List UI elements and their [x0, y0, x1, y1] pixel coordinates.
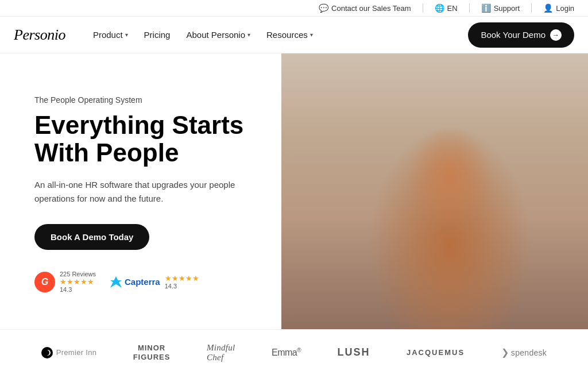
capterra-label: Capterra — [125, 277, 160, 287]
nav-product-label: Product — [93, 30, 123, 40]
globe-icon: 🌐 — [435, 3, 444, 13]
arrow-icon: → — [550, 29, 562, 41]
divider-1 — [423, 3, 423, 13]
support-link[interactable]: ℹ️ Support — [481, 3, 520, 13]
language-label: EN — [447, 4, 458, 13]
capterra-badge: Capterra ★★★★★ 14.3 — [110, 274, 199, 290]
hero-right — [281, 53, 588, 329]
brand-minor-label: MINORFIGURES — [133, 344, 171, 361]
brand-jacquemus: JACQUEMUS — [407, 348, 465, 357]
brand-emma: Emma® — [272, 347, 301, 358]
brands-bar: Premier Inn MINORFIGURES MindfulChef Emm… — [0, 329, 588, 375]
g2-logo: G — [34, 272, 55, 292]
contact-label: Contact our Sales Team — [331, 4, 411, 13]
language-selector[interactable]: 🌐 EN — [435, 3, 458, 13]
brand-lush: LUSH — [338, 346, 370, 358]
hero-description: An all-in-one HR software that upgrades … — [34, 178, 241, 206]
login-label: Login — [556, 4, 574, 13]
capterra-icon — [110, 276, 122, 288]
nav-product[interactable]: Product ▾ — [86, 25, 135, 44]
hero-left: The People Operating System Everything S… — [0, 53, 281, 329]
nav-links: Product ▾ Pricing About Personio ▾ Resou… — [86, 25, 469, 44]
user-icon: 👤 — [543, 3, 553, 13]
nav-pricing[interactable]: Pricing — [137, 25, 177, 44]
hero-subtitle: The People Operating System — [34, 95, 258, 105]
contact-sales-link[interactable]: 💬 Contact our Sales Team — [319, 3, 411, 13]
logo[interactable]: Personio — [14, 26, 65, 44]
g2-rating: 14.3 — [60, 286, 96, 293]
nav-resources[interactable]: Resources ▾ — [260, 25, 320, 44]
nav-about[interactable]: About Personio ▾ — [179, 25, 257, 44]
hero-section: The People Operating System Everything S… — [0, 53, 588, 329]
brand-jacquemus-label: JACQUEMUS — [407, 348, 465, 357]
g2-text: 225 Reviews ★★★★★ 14.3 — [60, 271, 96, 293]
support-label: Support — [494, 4, 520, 13]
top-bar: 💬 Contact our Sales Team 🌐 EN ℹ️ Support… — [0, 0, 588, 17]
nav-resources-label: Resources — [266, 30, 308, 40]
brand-lush-label: LUSH — [338, 346, 370, 358]
brand-mindful-chef: MindfulChef — [207, 343, 235, 362]
divider-2 — [469, 3, 470, 13]
hero-title: Everything Starts With People — [34, 111, 258, 167]
navbar: Personio Product ▾ Pricing About Personi… — [0, 17, 588, 53]
spendesk-chevron-icon: ❯ — [501, 347, 509, 358]
hero-photo — [281, 53, 588, 329]
g2-stars: ★★★★★ — [60, 277, 96, 286]
login-link[interactable]: 👤 Login — [543, 3, 574, 13]
chevron-down-icon-3: ▾ — [310, 32, 313, 38]
svg-marker-0 — [110, 276, 122, 288]
capterra-text: ★★★★★ 14.3 — [165, 274, 199, 290]
hero-badges: G 225 Reviews ★★★★★ 14.3 Capterra ★★★★★ — [34, 271, 258, 293]
brand-spendesk-label: spendesk — [511, 348, 547, 357]
brand-premier-label: Premier Inn — [56, 348, 97, 357]
chat-icon: 💬 — [319, 3, 328, 13]
brand-emma-label: Emma® — [272, 347, 301, 358]
brand-mindful-label: MindfulChef — [207, 343, 235, 362]
book-demo-label: Book Your Demo — [481, 30, 546, 40]
brand-premier-inn: Premier Inn — [41, 347, 97, 358]
capterra-logo: Capterra — [110, 276, 160, 288]
nav-about-label: About Personio — [186, 30, 245, 40]
svg-point-2 — [44, 350, 49, 356]
book-demo-button[interactable]: Book Your Demo → — [468, 22, 574, 48]
capterra-stars: ★★★★★ — [165, 274, 199, 283]
premier-inn-icon — [41, 347, 53, 358]
info-icon: ℹ️ — [481, 3, 491, 13]
hero-cta-button[interactable]: Book A Demo Today — [34, 224, 149, 250]
g2-reviews: 225 Reviews — [60, 271, 96, 277]
brand-minor-figures: MINORFIGURES — [133, 344, 171, 361]
g2-badge: G 225 Reviews ★★★★★ 14.3 — [34, 271, 96, 293]
chevron-down-icon-2: ▾ — [247, 32, 250, 38]
brand-spendesk: ❯ spendesk — [501, 347, 547, 358]
chevron-down-icon: ▾ — [125, 32, 128, 38]
nav-pricing-label: Pricing — [144, 30, 171, 40]
capterra-rating: 14.3 — [165, 283, 199, 290]
divider-3 — [531, 3, 532, 13]
